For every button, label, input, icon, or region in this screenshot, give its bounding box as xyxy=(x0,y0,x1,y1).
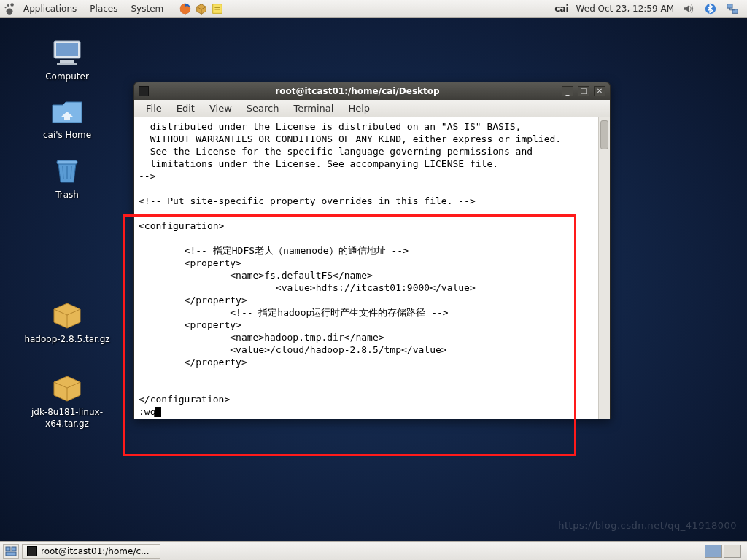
terminal-menubar: File Edit View Search Terminal Help xyxy=(134,100,610,117)
window-maximize-button[interactable]: □ xyxy=(578,86,589,96)
computer-icon xyxy=(50,36,85,69)
firefox-icon[interactable] xyxy=(178,1,193,16)
panel-username[interactable]: cai xyxy=(554,4,568,14)
svg-rect-21 xyxy=(6,552,16,556)
taskbar-terminal-label: root@itcast01:/home/c... xyxy=(41,546,149,556)
menu-applications[interactable]: Applications xyxy=(18,2,82,15)
svg-rect-19 xyxy=(6,547,10,551)
archive-icon xyxy=(50,372,85,404)
trash-icon xyxy=(50,155,85,187)
window-title: root@itcast01:/home/cai/Desktop xyxy=(153,86,562,96)
desktop-jdk-archive[interactable]: jdk-8u181-linux- x64.tar.gz xyxy=(23,372,111,429)
taskbar-terminal[interactable]: root@itcast01:/home/c... xyxy=(22,544,160,559)
annotation-red-box xyxy=(123,214,576,456)
menu-system[interactable]: System xyxy=(125,2,169,15)
terminal-scrollbar[interactable] xyxy=(598,117,610,419)
top-panel: Applications Places System cai Wed Oct 2… xyxy=(0,0,747,18)
watermark: https://blog.csdn.net/qq_41918000 xyxy=(558,520,737,531)
menu-edit[interactable]: Edit xyxy=(169,101,202,115)
volume-icon[interactable] xyxy=(681,1,696,16)
workspace-2[interactable] xyxy=(724,545,741,558)
svg-rect-12 xyxy=(56,43,78,56)
svg-rect-14 xyxy=(57,63,77,65)
menu-view[interactable]: View xyxy=(202,101,239,115)
svg-point-2 xyxy=(5,7,7,8)
menu-search[interactable]: Search xyxy=(239,101,287,115)
scrollbar-thumb[interactable] xyxy=(600,120,608,149)
bluetooth-icon[interactable] xyxy=(703,1,718,16)
svg-rect-13 xyxy=(60,60,74,63)
panel-clock[interactable]: Wed Oct 23, 12:59 AM xyxy=(576,4,674,14)
svg-rect-5 xyxy=(213,4,222,13)
bottom-panel: root@itcast01:/home/c... xyxy=(0,541,747,560)
svg-point-0 xyxy=(10,3,14,7)
menu-help[interactable]: Help xyxy=(341,101,377,115)
svg-rect-20 xyxy=(12,547,16,551)
svg-point-1 xyxy=(7,4,9,7)
svg-point-3 xyxy=(7,8,13,14)
package-icon[interactable] xyxy=(194,1,209,16)
notes-icon[interactable] xyxy=(210,1,225,16)
svg-rect-15 xyxy=(57,160,77,164)
show-desktop-button[interactable] xyxy=(3,544,19,559)
desktop-trash-label: Trash xyxy=(55,190,79,201)
menu-file[interactable]: File xyxy=(139,101,169,115)
window-close-button[interactable]: ✕ xyxy=(594,86,605,96)
network-icon[interactable] xyxy=(725,1,740,16)
home-folder-icon xyxy=(50,95,85,127)
workspace-switcher[interactable] xyxy=(705,545,744,558)
workspace-1[interactable] xyxy=(705,545,722,558)
window-minimize-button[interactable]: _ xyxy=(562,86,573,96)
menu-places[interactable]: Places xyxy=(84,2,123,15)
menu-terminal[interactable]: Terminal xyxy=(286,101,341,115)
desktop-trash[interactable]: Trash xyxy=(23,155,111,201)
gnome-logo-icon xyxy=(3,2,16,15)
terminal-titlebar-icon xyxy=(139,86,149,96)
window-titlebar[interactable]: root@itcast01:/home/cai/Desktop _ □ ✕ xyxy=(134,82,610,100)
desktop-home-label: cai's Home xyxy=(43,130,91,141)
desktop-computer[interactable]: Computer xyxy=(23,36,111,83)
desktop-hadoop-label: hadoop-2.8.5.tar.gz xyxy=(24,334,109,346)
desktop-hadoop-archive[interactable]: hadoop-2.8.5.tar.gz xyxy=(23,299,111,346)
desktop-jdk-label: jdk-8u181-linux- x64.tar.gz xyxy=(31,407,103,429)
desktop-computer-label: Computer xyxy=(45,71,89,83)
svg-rect-9 xyxy=(727,4,732,7)
desktop-home[interactable]: cai's Home xyxy=(23,95,111,141)
terminal-task-icon xyxy=(27,546,37,556)
archive-icon xyxy=(50,299,85,331)
